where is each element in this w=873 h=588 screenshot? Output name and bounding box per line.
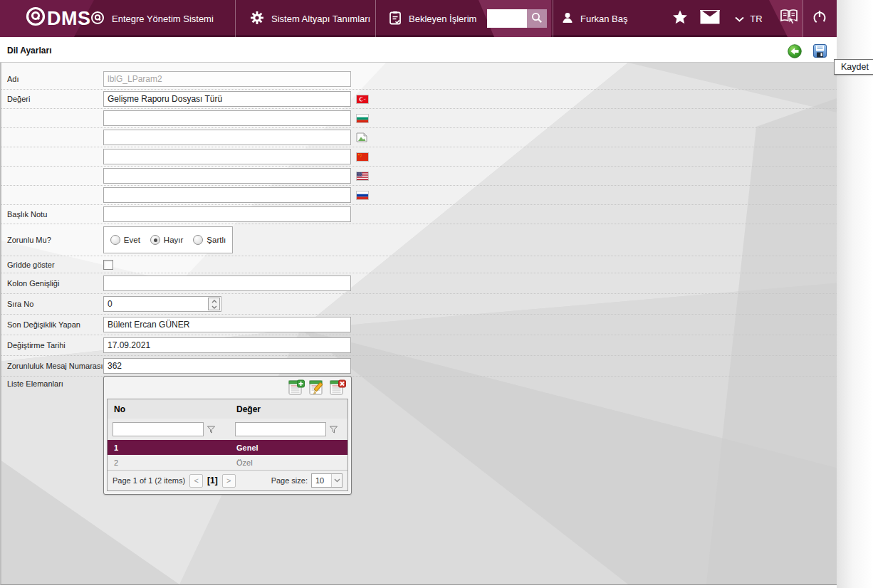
degeri-input-ru[interactable] (103, 187, 351, 203)
qdms-logo-icon (26, 6, 47, 31)
sira-no-input[interactable] (103, 296, 221, 312)
spinner-down-icon[interactable] (209, 304, 219, 310)
gridde-goster-checkbox[interactable] (103, 260, 113, 270)
nav-item-sistem-altyapi-tanimlari[interactable]: Sistem Altyapı Tanımları (250, 0, 370, 37)
zorunlu-radio-group: Evet Hayır Şartlı (103, 226, 233, 253)
user-name: Furkan Baş (580, 14, 627, 24)
dil-ayarlari-form: Adı Değeri (0, 63, 837, 585)
language-label: TR (750, 14, 762, 24)
russia-flag-icon (356, 191, 369, 200)
field-label: Zorunlu Mu? (7, 236, 51, 244)
favorites-button[interactable] (670, 0, 690, 37)
degeri-input-cn[interactable] (103, 149, 351, 164)
user-menu[interactable]: Furkan Baş (561, 0, 627, 37)
form-row-degistirme-tarihi: Değiştirme Tarihi (1, 335, 837, 356)
pager-prev-button[interactable]: < (189, 474, 203, 488)
form-row-translation-bg (1, 109, 837, 128)
nav-separator (235, 0, 236, 37)
grid-header-no[interactable]: No (108, 404, 230, 414)
turkey-flag-icon (356, 95, 369, 104)
china-flag-icon (356, 152, 369, 162)
integrated-system-icon (90, 11, 105, 27)
nav-separator (803, 0, 803, 37)
grid-header-deger[interactable]: Değer (230, 404, 347, 414)
field-label: Değiştirme Tarihi (7, 341, 66, 350)
save-button[interactable] (812, 43, 827, 58)
radio-hayir[interactable] (150, 235, 160, 245)
spinner-up-icon[interactable] (209, 298, 219, 304)
help-guide-button[interactable] (776, 0, 802, 37)
field-label: Liste Elemanları (7, 379, 63, 388)
radio-evet[interactable] (110, 235, 120, 245)
qdms-logo[interactable]: DMS (26, 0, 91, 37)
form-row-zorunlu-mu: Zorunlu Mu? Evet Hayır Şartlı (1, 224, 837, 256)
delete-row-button[interactable] (329, 379, 347, 397)
degistirme-tarihi-input[interactable] (103, 337, 351, 353)
cell-deger: Özel (230, 458, 347, 467)
language-dropdown-toggle[interactable] (732, 0, 746, 37)
baslik-notu-input[interactable] (103, 206, 351, 222)
cell-no: 2 (108, 458, 230, 467)
grid-filter-row (108, 419, 347, 440)
grid-table: No Değer (107, 399, 348, 491)
titlebar-actions (788, 39, 827, 63)
field-label: Sıra No (7, 300, 33, 308)
filter-no-input[interactable] (113, 422, 204, 436)
messages-button[interactable] (699, 0, 721, 37)
form-row-son-degisiklik: Son Değişiklik Yapan (1, 315, 837, 335)
field-label: Zorunluluk Mesaj Numarası (7, 362, 103, 370)
search-input[interactable] (487, 9, 527, 28)
radio-label: Evet (124, 236, 140, 244)
degeri-input-us[interactable] (103, 168, 351, 184)
degeri-input-3[interactable] (103, 130, 351, 145)
grid-row-genel[interactable]: 1 Genel (108, 440, 347, 455)
kolon-genisligi-input[interactable] (103, 275, 351, 291)
qdms-logo-text: DMS (47, 8, 91, 30)
grid-row-ozel[interactable]: 2 Özel (108, 455, 347, 470)
language-code[interactable]: TR (747, 0, 765, 37)
radio-sartli[interactable] (193, 235, 203, 245)
page-size-label: Page size: (271, 476, 308, 485)
radio-label: Şartlı (207, 236, 226, 244)
adi-input[interactable] (103, 71, 351, 87)
logout-button[interactable] (807, 0, 832, 37)
form-row-mesaj-numarasi: Zorunluluk Mesaj Numarası (1, 356, 837, 377)
pager-current-page[interactable]: [1] (207, 476, 218, 485)
form-row-translation-ru (1, 186, 837, 205)
nav-item-entegre-yonetim-sistemi[interactable]: Entegre Yönetim Sistemi (90, 0, 214, 37)
filter-deger-input[interactable] (235, 422, 326, 436)
pager-next-button[interactable]: > (222, 474, 236, 488)
pager-summary: Page 1 of 1 (2 items) (113, 476, 185, 485)
filter-funnel-icon[interactable] (207, 425, 216, 434)
cell-deger: Genel (230, 443, 347, 452)
radio-option-hayir[interactable]: Hayır (150, 235, 183, 245)
nav-item-bekleyen-islerim[interactable]: Bekleyen İşlerim (389, 0, 476, 37)
page-size-select[interactable]: 10 (311, 473, 343, 488)
page-size-value: 10 (312, 476, 331, 485)
degeri-input-tr[interactable] (103, 91, 351, 107)
field-label: Gridde göster (7, 261, 55, 269)
mesaj-numarasi-input[interactable] (103, 358, 351, 374)
mail-icon (700, 10, 720, 27)
edit-row-button[interactable] (308, 379, 326, 397)
form-row-sira-no: Sıra No (1, 294, 837, 315)
radio-option-sartli[interactable]: Şartlı (193, 235, 226, 245)
nav-item-label: Bekleyen İşlerim (409, 14, 476, 24)
sira-no-spinner[interactable] (208, 298, 220, 310)
help-book-icon (780, 9, 798, 28)
form-row-baslik-notu: Başlık Notu (1, 205, 837, 224)
radio-option-evet[interactable]: Evet (110, 235, 140, 245)
filter-funnel-icon[interactable] (329, 425, 338, 434)
search-button[interactable] (527, 9, 547, 28)
back-button[interactable] (788, 44, 802, 58)
degeri-input-bg[interactable] (103, 110, 351, 126)
clipboard-check-icon (389, 11, 402, 27)
form-row-adi: Adı (1, 68, 837, 90)
form-row-translation-missing (1, 128, 837, 147)
grid-toolbar (104, 377, 351, 399)
form-row-gridde-goster: Gridde göster (1, 256, 837, 273)
form-row-translation-us (1, 167, 837, 186)
son-degisiklik-input[interactable] (103, 317, 351, 332)
page-size-chevron-icon[interactable] (331, 474, 342, 487)
add-row-button[interactable] (288, 379, 305, 397)
